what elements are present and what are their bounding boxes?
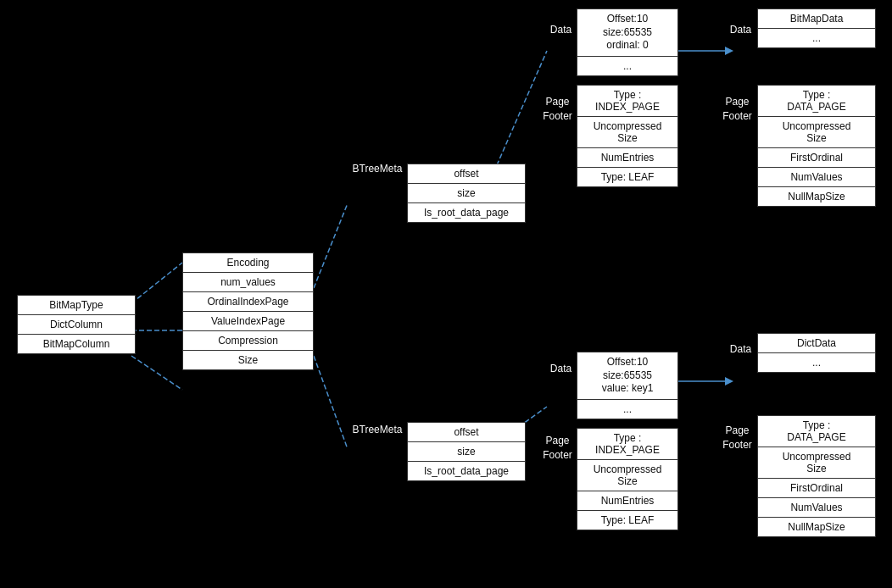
ptr-footer-4: NullMapSize	[758, 187, 875, 206]
pbl-data-0: Offset:10 size:65535 value: key1	[577, 352, 677, 400]
main-cell-1: num_values	[183, 273, 313, 292]
svg-line-3	[314, 203, 348, 288]
page-top-right-footer: Type : DATA_PAGE Uncompressed Size First…	[757, 85, 876, 207]
btm-top-1: size	[408, 184, 525, 203]
pbr-footer-0: Type : DATA_PAGE	[758, 416, 875, 447]
pbr-footer-4: NullMapSize	[758, 518, 875, 536]
page-top-right-data: BitMapData ...	[757, 8, 876, 48]
page-top-right-data-label: Data	[726, 24, 755, 36]
ptl-footer-1: Uncompressed Size	[577, 117, 677, 148]
ptr-data-0: BitMapData	[758, 9, 875, 29]
main-box: Encoding num_values OrdinalIndexPage Val…	[182, 252, 314, 370]
ptl-footer-0: Type : INDEX_PAGE	[577, 86, 677, 117]
pbr-data-1: ...	[758, 353, 875, 372]
btm-bot-2: Is_root_data_page	[408, 462, 525, 480]
page-top-left-data: Offset:10 size:65535 ordinal: 0 ...	[577, 8, 678, 76]
page-bot-right-footer-label: Page Footer	[718, 424, 756, 452]
svg-line-2	[131, 356, 182, 390]
page-bot-left-data-label: Data	[546, 363, 576, 374]
btm-top-2: Is_root_data_page	[408, 203, 525, 222]
ptr-footer-2: FirstOrdinal	[758, 148, 875, 168]
btm-bot-1: size	[408, 442, 525, 462]
btreemeta-bot-box: offset size Is_root_data_page	[407, 422, 526, 481]
page-bot-left-footer-label: Page Footer	[538, 434, 577, 463]
btm-top-0: offset	[408, 164, 525, 184]
ptl-footer-2: NumEntries	[577, 148, 677, 168]
pbl-footer-1: Uncompressed Size	[577, 460, 677, 491]
page-top-left-data-label: Data	[546, 24, 576, 36]
pbl-footer-0: Type : INDEX_PAGE	[577, 429, 677, 460]
ptr-footer-3: NumValues	[758, 168, 875, 187]
main-cell-3: ValueIndexPage	[183, 312, 313, 331]
root-cell-2: BitMapColumn	[18, 335, 135, 353]
root-cell-1: DictColumn	[18, 315, 135, 335]
pbr-data-0: DictData	[758, 334, 875, 353]
btm-bot-0: offset	[408, 423, 525, 442]
diagram: BitMapType DictColumn BitMapColumn Encod…	[0, 0, 892, 588]
btreemeta-top-label: BTreeMeta	[348, 163, 407, 175]
pbr-footer-2: FirstOrdinal	[758, 479, 875, 498]
main-cell-2: OrdinalIndexPage	[183, 292, 313, 312]
ptr-data-1: ...	[758, 29, 875, 47]
svg-marker-10	[725, 377, 733, 386]
main-cell-4: Compression	[183, 331, 313, 351]
page-bot-right-data-label: Data	[726, 343, 755, 355]
ptl-footer-3: Type: LEAF	[577, 168, 677, 186]
pbl-footer-2: NumEntries	[577, 491, 677, 511]
pbl-footer-3: Type: LEAF	[577, 511, 677, 530]
btreemeta-bot-label: BTreeMeta	[348, 424, 407, 435]
root-cell-0: BitMapType	[18, 296, 135, 315]
ptr-footer-0: Type : DATA_PAGE	[758, 86, 875, 117]
page-top-left-footer-label: Page Footer	[538, 95, 577, 124]
page-bot-left-data: Offset:10 size:65535 value: key1 ...	[577, 352, 678, 419]
svg-line-4	[314, 356, 348, 449]
ptl-data-0: Offset:10 size:65535 ordinal: 0	[577, 9, 677, 57]
pbl-data-1: ...	[577, 400, 677, 419]
svg-line-0	[131, 263, 182, 303]
btreemeta-top-box: offset size Is_root_data_page	[407, 164, 526, 223]
svg-marker-8	[725, 47, 733, 55]
page-bot-right-data: DictData ...	[757, 333, 876, 373]
main-cell-0: Encoding	[183, 253, 313, 273]
pbr-footer-1: Uncompressed Size	[758, 447, 875, 479]
page-bot-left-footer: Type : INDEX_PAGE Uncompressed Size NumE…	[577, 428, 678, 530]
root-box: BitMapType DictColumn BitMapColumn	[17, 295, 136, 354]
ptl-data-1: ...	[577, 57, 677, 75]
pbr-footer-3: NumValues	[758, 498, 875, 518]
page-top-right-footer-label: Page Footer	[718, 95, 756, 124]
ptr-footer-1: Uncompressed Size	[758, 117, 875, 148]
page-top-left-footer: Type : INDEX_PAGE Uncompressed Size NumE…	[577, 85, 678, 187]
main-cell-5: Size	[183, 351, 313, 369]
page-bot-right-footer: Type : DATA_PAGE Uncompressed Size First…	[757, 415, 876, 537]
